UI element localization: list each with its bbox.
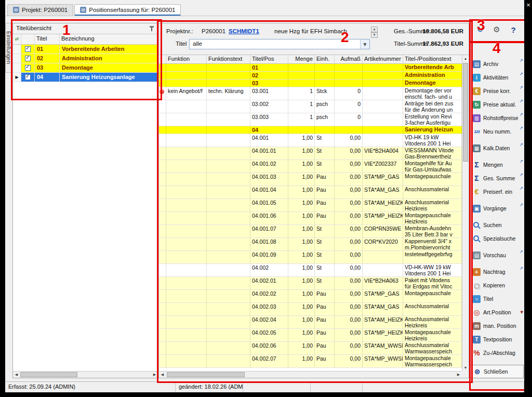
scroll-right-arrow[interactable] xyxy=(455,372,462,378)
sidebar-button[interactable]: ▥ Rohstoffpreise xyxy=(470,111,524,125)
titel-column-header[interactable]: Titel xyxy=(35,34,60,44)
toolbar-button[interactable]: ↻ xyxy=(474,23,486,36)
position-row[interactable]: 04.001.09 1,00 St 0,00 testetewtfgegebrf… xyxy=(159,251,462,264)
position-row[interactable]: 04.002.05 1,00 Pau 0,00 STA*MP_HEIZKI Mo… xyxy=(159,329,462,342)
cell-artikelnummer: STA*MP_WWSP xyxy=(363,355,403,368)
scroll-thumb[interactable] xyxy=(463,63,468,162)
titel-checkbox[interactable] xyxy=(25,65,31,71)
spin-down-icon[interactable] xyxy=(371,32,378,38)
grid-hscrollbar[interactable] xyxy=(159,371,462,378)
cell-funktion xyxy=(166,64,207,72)
col-titel-pos[interactable]: Titel/Pos xyxy=(250,55,288,63)
position-row[interactable]: 02 Administration xyxy=(159,72,462,80)
titel-bezeichnung: Demontage xyxy=(60,63,158,73)
position-row[interactable]: 04.002.01 1,00 St 0,00 VIE*B2HA063 Paket… xyxy=(159,277,462,290)
position-row[interactable]: 04.002.03 1,00 Pau 0,00 STA*AM_GAS Ansch… xyxy=(159,303,462,316)
kunde-link[interactable]: SCHMIDT1 xyxy=(229,28,259,34)
scroll-left-arrow[interactable] xyxy=(159,372,166,378)
col-einh[interactable]: Einh. xyxy=(315,55,335,63)
scroll-left-arrow[interactable] xyxy=(13,372,20,378)
position-row[interactable]: 04.001.05 1,00 Pau 0,00 STA*AM_HEIZKI An… xyxy=(159,199,462,212)
position-row[interactable]: 04.001.07 1,00 St 0,00 COR*RN35WE Membra… xyxy=(159,225,462,238)
window-close-button[interactable]: × xyxy=(525,2,532,9)
position-row[interactable]: 04.001.06 1,00 Pau 0,00 STA*MP_HEIZKI Mo… xyxy=(159,212,462,225)
col-positionstext[interactable]: Titel-/Positionstext xyxy=(403,55,469,63)
sidebar-button[interactable]: ▢ Kopieren xyxy=(470,279,524,292)
sidebar-button[interactable]: ▤ Vorschau xyxy=(470,248,524,262)
sidebar-button[interactable]: ◎ Art.Position xyxy=(470,306,524,319)
titel-checkbox[interactable] xyxy=(25,74,31,80)
sidebar-button-label: Preiserf. ein xyxy=(483,189,512,195)
bezeichnung-column-header[interactable]: Bezeichnung xyxy=(60,34,158,44)
sidebar-button[interactable]: ○ Titel xyxy=(470,292,524,306)
toolbar-button[interactable]: ? xyxy=(507,23,520,36)
spin-up-icon[interactable] xyxy=(371,27,378,32)
sidebar-button[interactable]: Σ Ges. Summe xyxy=(470,171,524,185)
position-row[interactable]: 04.001 1,00 St 0,00 VD-HK 19 kW Vitodens… xyxy=(159,134,462,147)
col-funktion[interactable]: Funktion xyxy=(166,55,207,63)
col-aufmass[interactable]: Aufmaß xyxy=(335,55,363,63)
sidebar-button[interactable]: ▣ Vorgänge xyxy=(470,202,524,215)
tab[interactable]: ▤ Projekt: P260001 xyxy=(7,4,73,16)
titel-row[interactable]: 02 Administration xyxy=(13,54,158,63)
sidebar-button[interactable]: T Textposition xyxy=(470,333,524,346)
pin-icon[interactable] xyxy=(149,26,154,32)
position-row[interactable]: kein Angebot/f techn. Klärung 03.001 1 S… xyxy=(159,87,462,100)
position-row[interactable]: 03.003 1 psch 0 Erstellung von Revi 3-fa… xyxy=(159,113,462,126)
titel-row[interactable]: 03 Demontage xyxy=(13,63,158,73)
scroll-up-arrow[interactable] xyxy=(462,55,469,62)
position-row[interactable]: 04.001.04 1,00 Pau 0,00 STA*AM_GAS Ansch… xyxy=(159,186,462,199)
scroll-thumb[interactable] xyxy=(167,372,245,377)
sidebar-button[interactable]: % Zu-/Abschlag xyxy=(470,346,524,360)
sidebar-button[interactable]: ▦ Kalk.Daten xyxy=(470,141,524,155)
titel-row[interactable]: 01 Vorbereitende Arbeiten xyxy=(13,45,158,54)
sidebar-button[interactable]: Suchen xyxy=(470,218,524,232)
help-icon: ? xyxy=(511,25,515,34)
tab[interactable]: ▤ Positionserfassung für: P260001 xyxy=(74,4,181,16)
sidebar-button[interactable]: € Preiserf. ein xyxy=(470,185,524,198)
position-row[interactable]: 04.001.02 1,00 St 0,00 VIE*Z002337 Monta… xyxy=(159,160,462,173)
position-row[interactable]: 04.002.06 1,00 Pau 0,00 STA*AM_WWSP Ansc… xyxy=(159,342,462,355)
position-row[interactable]: 04.001.03 1,00 Pau 0,00 STA*MP_GAS Monta… xyxy=(159,173,462,186)
position-row[interactable]: 04.001.01 1,00 St 0,00 VIE*B2HA004 VIESS… xyxy=(159,147,462,160)
position-row[interactable]: 04.002.02 1,00 Pau 0,00 STA*MP_GAS Monta… xyxy=(159,290,462,303)
position-row[interactable]: 04.002.04 1,00 Pau 0,00 STA*AM_HEIZKI An… xyxy=(159,316,462,329)
sidebar-button[interactable]: ⊗ Schließen xyxy=(470,365,524,378)
titel-checkbox[interactable] xyxy=(25,46,31,52)
sidebar-button[interactable]: 123 Neu numm. xyxy=(470,125,524,138)
position-row[interactable]: 04.002.07 1,00 Pau 0,00 STA*MP_WWSP Mont… xyxy=(159,355,462,368)
cell-einh: St xyxy=(315,225,335,238)
sidebar-tab-einstellungen[interactable]: Einstellungen xyxy=(5,23,12,73)
position-row[interactable]: 03 Demontage xyxy=(159,80,462,87)
titel-grid-header: Titel Bezeichnung xyxy=(13,34,158,45)
scroll-right-arrow[interactable] xyxy=(151,372,158,378)
sidebar-button[interactable]: € Preise korr. xyxy=(470,84,524,98)
position-row[interactable]: 04.002 1,00 St 0,00 VD-HK-WW 19 kW Vitod… xyxy=(159,264,462,277)
sidebar-button[interactable]: + Nachtrag xyxy=(470,265,524,279)
position-row[interactable]: 04 Sanierung Heizun xyxy=(159,126,462,134)
sidebar-button[interactable]: Σ Mengen xyxy=(470,158,524,171)
scroll-thumb[interactable] xyxy=(20,372,77,377)
position-row[interactable]: 01 Vorbereitende Arb xyxy=(159,64,462,72)
titel-row[interactable]: 04 Sanierung Heizungsanlage xyxy=(13,73,158,82)
cell-positionstext: Paket mit Vitodens für Erdgas mit Vitoc xyxy=(403,277,462,290)
cell-titel-pos: 03.003 xyxy=(250,113,288,126)
cell-menge: 1,00 xyxy=(288,238,315,251)
sidebar-button[interactable]: ▤ Archiv xyxy=(470,57,524,71)
scroll-down-arrow[interactable] xyxy=(462,364,469,371)
sidebar-button[interactable]: i Aktivitäten xyxy=(470,71,524,84)
left-panel-hscrollbar[interactable] xyxy=(13,371,158,378)
grid-vscrollbar[interactable] xyxy=(462,55,469,371)
col-menge[interactable]: Menge xyxy=(288,55,315,63)
sidebar-button[interactable]: m man. Position xyxy=(470,319,524,333)
position-row[interactable]: 03.002 1 psch 0 Anträge bei den zus für … xyxy=(159,100,462,113)
col-funktionstext[interactable]: Funktionstext xyxy=(207,55,250,63)
toolbar-button[interactable]: ⚙ xyxy=(490,23,503,36)
titel-filter-dropdown[interactable]: alle xyxy=(189,39,370,49)
cell-titel-pos: 04.001.02 xyxy=(250,160,288,173)
sidebar-button[interactable]: ↻ Preise aktual. xyxy=(470,98,524,111)
position-row[interactable]: 04.001.08 1,00 St 0,00 COR*KV2020 Kappen… xyxy=(159,238,462,251)
sidebar-button[interactable]: Spezialsuche xyxy=(470,232,524,245)
col-artikelnummer[interactable]: Artikelnummer xyxy=(363,55,403,63)
titel-checkbox[interactable] xyxy=(25,56,31,61)
